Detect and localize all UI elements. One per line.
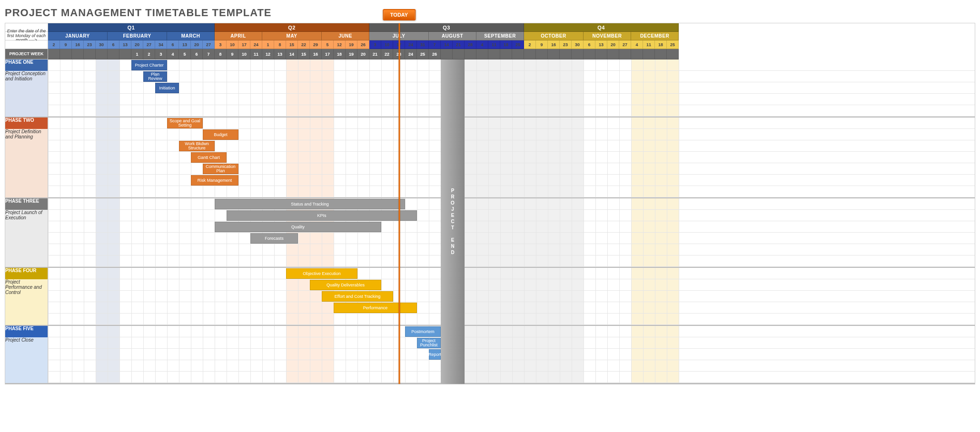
week-cell: 2 [143, 49, 155, 59]
week-cell [465, 49, 476, 59]
day-cell: 34 [155, 40, 167, 49]
phase-desc: Project Launch of Execution [5, 210, 48, 267]
task-bar[interactable]: Quality [215, 222, 381, 232]
task-row: Objective Execution [48, 268, 975, 279]
task-bar[interactable]: Quality Deliverables [310, 280, 381, 290]
task-bar[interactable]: Performance [334, 303, 417, 313]
week-cell: 1 [131, 49, 143, 59]
week-cell [453, 49, 465, 59]
phase-group-phase3: PHASE THREEProject Launch of ExecutionSt… [5, 198, 975, 268]
day-cell: 19 [346, 40, 357, 49]
week-cell: 22 [381, 49, 393, 59]
task-bar[interactable]: Scope and Goal Setting [167, 118, 203, 128]
month-july: JULY [369, 32, 429, 40]
task-row: Gantt Chart [48, 152, 975, 163]
day-cell: 15 [286, 40, 298, 49]
task-row: Scope and Goal Setting [48, 118, 975, 129]
quarter-q1: Q1 [48, 23, 215, 32]
day-cell: 20 [607, 40, 619, 49]
header-quarters: Q1Q2Q3Q4 [5, 23, 975, 32]
task-bar[interactable]: Effort and Cost Tracking [322, 291, 393, 302]
day-cell: 5 [322, 40, 334, 49]
task-row: Effort and Cost Tracking [48, 291, 975, 302]
day-cell: 26 [357, 40, 369, 49]
task-row: Forecasts [48, 233, 975, 244]
day-cell: 2 [48, 40, 60, 49]
task-row: Postmortem [48, 326, 975, 337]
week-cell [524, 49, 536, 59]
week-cell: 11 [250, 49, 262, 59]
task-bar[interactable]: Postmortem [405, 326, 441, 337]
month-march: MARCH [167, 32, 215, 40]
week-cell: 12 [262, 49, 274, 59]
week-cell [441, 49, 453, 59]
day-cell: 25 [667, 40, 679, 49]
phase-desc: Project Conception and Initiation [5, 71, 48, 117]
task-bar[interactable]: Project Punchlist [417, 338, 441, 348]
task-bar[interactable]: Plan Review [143, 71, 167, 82]
task-row [48, 314, 975, 325]
month-november: NOVEMBER [584, 32, 631, 40]
week-cell [72, 49, 84, 59]
task-row: Plan Review [48, 71, 975, 82]
day-cell: 18 [655, 40, 667, 49]
task-row: Status and Tracking [48, 198, 975, 210]
day-cell: 24 [405, 40, 417, 49]
quarter-q4: Q4 [524, 23, 679, 32]
gantt-body: PHASE ONEProject Conception and Initiati… [5, 59, 975, 384]
day-cell: 29 [310, 40, 322, 49]
phase-group-phase2: PHASE TWOProject Definition and Planning… [5, 118, 975, 198]
task-bar[interactable]: Gantt Chart [191, 152, 227, 163]
task-bar[interactable]: Work Bkdwn Structure [179, 141, 215, 151]
task-bar[interactable]: Objective Execution [286, 268, 357, 279]
task-bar[interactable]: Report [429, 349, 441, 360]
day-cell: 11 [643, 40, 655, 49]
week-cell [96, 49, 108, 59]
day-cell: 3 [369, 40, 381, 49]
task-bar[interactable]: KPIs [227, 210, 417, 221]
week-cell [560, 49, 572, 59]
sidebar-blank [5, 40, 48, 49]
task-bar[interactable]: Project Charter [131, 60, 167, 70]
sidebar-note: Enter the date of the first Monday of ea… [5, 32, 48, 40]
phase-group-phase4: PHASE FOURProject Performance and Contro… [5, 268, 975, 326]
day-cell: 23 [84, 40, 96, 49]
week-cell [84, 49, 96, 59]
task-bar[interactable]: Communication Plan [203, 164, 238, 174]
task-row [48, 244, 975, 255]
day-cell: 6 [584, 40, 595, 49]
week-cell: 13 [274, 49, 286, 59]
day-cell: 9 [60, 40, 72, 49]
day-cell: 6 [167, 40, 179, 49]
week-cell [548, 49, 560, 59]
header-days: 2916233061320273461320273101724181522295… [5, 40, 975, 49]
week-cell: 25 [417, 49, 429, 59]
day-cell: 4 [476, 40, 488, 49]
task-bar[interactable]: Budget [203, 129, 238, 140]
day-cell: 30 [572, 40, 584, 49]
day-cell: 17 [393, 40, 405, 49]
task-bar[interactable]: Status and Tracking [215, 199, 405, 209]
page-title: PROJECT MANAGEMENT TIMETABLE TEMPLATE [5, 5, 975, 23]
week-cell [119, 49, 131, 59]
month-april: APRIL [215, 32, 262, 40]
today-flag: TODAY [383, 9, 416, 20]
day-cell: 10 [227, 40, 238, 49]
month-june: JUNE [322, 32, 369, 40]
week-cell [536, 49, 548, 59]
phase-desc: Project Close [5, 337, 48, 383]
task-bar[interactable]: Initiation [155, 83, 179, 93]
project-end-marker: PROJECT END [441, 59, 465, 384]
month-december: DECEMBER [631, 32, 679, 40]
task-bar[interactable]: Risk Management [191, 175, 238, 186]
day-cell: 16 [72, 40, 84, 49]
day-cell: 4 [631, 40, 643, 49]
week-cell: 18 [334, 49, 346, 59]
week-cell: 26 [429, 49, 441, 59]
day-cell: 28 [465, 40, 476, 49]
week-cell [476, 49, 488, 59]
day-cell: 10 [381, 40, 393, 49]
month-january: JANUARY [48, 32, 108, 40]
task-bar[interactable]: Forecasts [250, 233, 298, 244]
task-row: Communication Plan [48, 163, 975, 175]
